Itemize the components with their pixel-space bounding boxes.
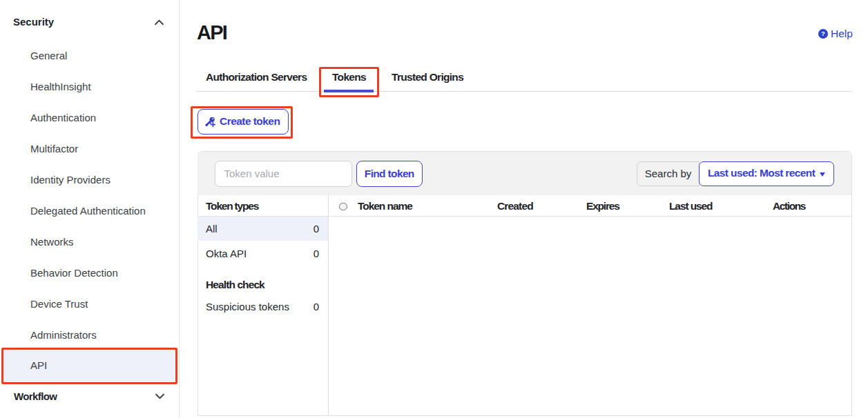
svg-text:?: ? bbox=[821, 30, 825, 37]
